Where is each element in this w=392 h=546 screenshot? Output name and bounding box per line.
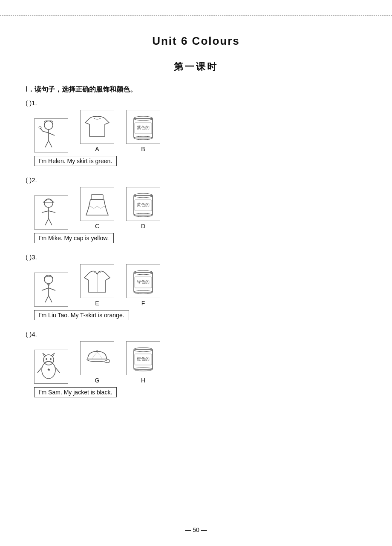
q3-option-f: 绿色的 F: [126, 264, 160, 307]
question-1-images: A 紫色的 B: [34, 110, 366, 152]
q1-option-a: A: [80, 110, 114, 152]
svg-line-30: [49, 296, 52, 302]
q1-b-label: B: [141, 146, 145, 152]
mike-illustration: [35, 196, 67, 229]
question-2-label: ( )2.: [26, 176, 366, 184]
q3-e-label: E: [95, 300, 99, 307]
svg-marker-39: [43, 353, 46, 356]
svg-point-41: [46, 358, 47, 360]
section-header: Ⅰ．读句子，选择正确的服饰和颜色。: [26, 85, 366, 94]
svg-rect-19: [91, 195, 103, 200]
svg-point-42: [50, 358, 52, 360]
color-can-f: 绿色的: [127, 265, 159, 297]
q4-option-h: 橙色的 H: [126, 341, 160, 384]
question-4-images: ★: [34, 341, 366, 384]
q2-option-d: 黄色的 D: [126, 187, 160, 230]
q3-person: [34, 273, 68, 307]
q4-person: ★: [34, 350, 68, 384]
q2-person: [34, 195, 68, 230]
q1-sentence: I'm Helen. My skirt is green.: [34, 156, 117, 166]
svg-line-46: [55, 368, 60, 373]
question-4-label: ( )4.: [26, 330, 366, 338]
svg-line-15: [42, 211, 49, 213]
svg-line-2: [43, 131, 49, 133]
svg-line-17: [45, 218, 49, 225]
sam-illustration: ★: [35, 351, 67, 383]
svg-line-18: [49, 218, 52, 225]
svg-point-0: [44, 121, 53, 129]
q3-sentence: I'm Liu Tao. My T-skirt is orange.: [34, 310, 129, 320]
svg-line-43: [43, 361, 49, 362]
cap-g: [81, 342, 113, 374]
q4-option-g: G: [80, 341, 114, 384]
q3-f-label: F: [141, 300, 145, 307]
svg-line-45: [37, 368, 42, 373]
svg-line-4: [49, 133, 55, 135]
svg-line-28: [49, 288, 55, 290]
sub-title: 第一课时: [26, 60, 366, 73]
q4-sentence: I'm Sam. My jacket is black.: [34, 387, 117, 397]
q2-option-c: C: [80, 187, 114, 230]
svg-text:★: ★: [47, 367, 51, 372]
color-can-b: 紫色的: [127, 111, 159, 143]
svg-text:绿色的: 绿色的: [137, 279, 150, 284]
svg-text:紫色的: 紫色的: [137, 125, 150, 130]
liutao-illustration: [35, 273, 67, 306]
svg-line-5: [45, 141, 49, 147]
color-can-h: 橙色的: [127, 342, 159, 374]
question-3: ( )3.: [26, 253, 366, 323]
tshirt-a: [81, 111, 113, 143]
svg-line-44: [49, 361, 54, 362]
svg-line-27: [42, 288, 49, 290]
q2-c-label: C: [95, 223, 99, 230]
q1-person: [34, 118, 68, 152]
question-3-label: ( )3.: [26, 253, 366, 261]
question-1-label: ( )1.: [26, 99, 366, 106]
question-4: ( )4.: [26, 330, 366, 400]
svg-text:橙色的: 橙色的: [137, 356, 150, 361]
svg-line-6: [49, 141, 52, 147]
top-border: [0, 15, 392, 16]
q4-g-label: G: [95, 377, 100, 384]
color-can-d: 黄色的: [127, 188, 159, 220]
q3-option-e: E: [80, 264, 114, 307]
svg-line-29: [45, 296, 49, 302]
main-title: Unit 6 Colours: [26, 34, 366, 48]
svg-point-13: [44, 199, 53, 207]
q4-h-label: H: [141, 377, 145, 384]
skirt-c: [81, 188, 113, 220]
jacket-e: [81, 265, 113, 297]
helen-illustration: [35, 119, 67, 152]
q1-a-label: A: [95, 146, 99, 152]
q2-d-label: D: [141, 223, 145, 230]
question-3-images: E 绿色的 F: [34, 264, 366, 307]
svg-text:黄色的: 黄色的: [137, 202, 150, 207]
question-1: ( )1.: [26, 99, 366, 169]
q1-option-b: 紫色的 B: [126, 110, 160, 152]
question-2-images: C 黄色的 D: [34, 187, 366, 230]
page-number: — 50 —: [0, 526, 392, 533]
question-2: ( )2.: [26, 176, 366, 246]
svg-line-16: [49, 211, 55, 213]
svg-marker-40: [51, 353, 55, 356]
q2-sentence: I'm Mike. My cap is yellow.: [34, 233, 114, 243]
